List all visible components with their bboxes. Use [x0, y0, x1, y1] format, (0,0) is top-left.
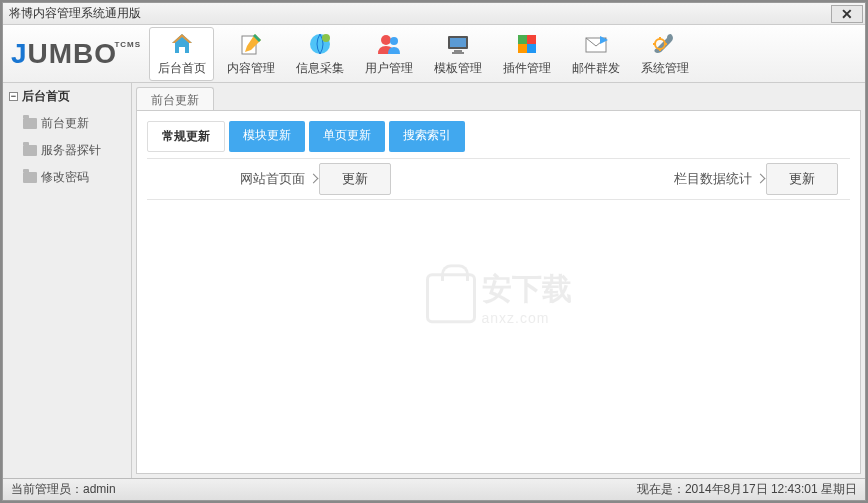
sidebar-item-change-password[interactable]: 修改密码 [3, 164, 131, 191]
close-button[interactable]: ✕ [831, 5, 863, 23]
field-label-homepage: 网站首页面 [159, 170, 319, 188]
subtab-label: 模块更新 [243, 128, 291, 142]
app-window: 将博内容管理系统通用版 ✕ JUMBOTCMS 后台首页 内容管理 信息采集 用… [2, 2, 866, 501]
svg-rect-10 [527, 35, 536, 44]
form-cell: 网站首页面 更新 [147, 163, 403, 195]
watermark-text: 安下载 anxz.com [482, 269, 572, 326]
subtab-module-update[interactable]: 模块更新 [229, 121, 305, 152]
puzzle-icon [513, 30, 541, 58]
users-icon [375, 30, 403, 58]
toolbar-label: 用户管理 [365, 60, 413, 77]
edit-icon [237, 30, 265, 58]
svg-rect-11 [518, 44, 527, 53]
svg-point-2 [322, 34, 330, 42]
folder-icon [23, 145, 37, 156]
svg-point-4 [390, 37, 398, 45]
status-datetime: 现在是：2014年8月17日 12:43:01 星期日 [637, 481, 857, 498]
toolbar-label: 系统管理 [641, 60, 689, 77]
watermark-sub: anxz.com [482, 310, 572, 326]
mail-icon [582, 30, 610, 58]
toolbar-label: 内容管理 [227, 60, 275, 77]
subtabs: 常规更新 模块更新 单页更新 搜索索引 [137, 111, 860, 158]
sidebar-item-server-probe[interactable]: 服务器探针 [3, 137, 131, 164]
subtab-search-index[interactable]: 搜索索引 [389, 121, 465, 152]
form-row: 网站首页面 更新 栏目数据统计 更新 [147, 158, 850, 200]
home-icon [168, 30, 196, 58]
sidebar-root[interactable]: − 后台首页 [3, 83, 131, 110]
toolbar-content[interactable]: 内容管理 [218, 27, 283, 81]
sidebar-item-label: 服务器探针 [41, 142, 101, 159]
svg-rect-9 [518, 35, 527, 44]
logo-letter-j: J [11, 38, 28, 69]
toolbar-label: 邮件群发 [572, 60, 620, 77]
toolbar-home[interactable]: 后台首页 [149, 27, 214, 81]
sidebar-root-label: 后台首页 [22, 88, 70, 105]
sidebar-item-frontend-update[interactable]: 前台更新 [3, 110, 131, 137]
tab-strip: 前台更新 [136, 87, 861, 110]
toolbar-plugin[interactable]: 插件管理 [494, 27, 559, 81]
button-label: 更新 [342, 171, 368, 186]
body: − 后台首页 前台更新 服务器探针 修改密码 前台更新 常规更新 [3, 83, 865, 478]
statusbar: 当前管理员：admin 现在是：2014年8月17日 12:43:01 星期日 [3, 478, 865, 500]
watermark: 安下载 anxz.com [426, 269, 572, 326]
toolbar-label: 信息采集 [296, 60, 344, 77]
update-stats-button[interactable]: 更新 [766, 163, 838, 195]
field-label-column-stats: 栏目数据统计 [606, 170, 766, 188]
toolbar: JUMBOTCMS 后台首页 内容管理 信息采集 用户管理 模板管理 插件管理 [3, 25, 865, 83]
folder-icon [23, 118, 37, 129]
toolbar-label: 模板管理 [434, 60, 482, 77]
sidebar-item-label: 前台更新 [41, 115, 89, 132]
svg-rect-6 [450, 38, 466, 47]
svg-rect-8 [452, 52, 464, 54]
svg-rect-12 [527, 44, 536, 53]
toolbar-label: 后台首页 [158, 60, 206, 77]
globe-icon [306, 30, 334, 58]
sidebar: − 后台首页 前台更新 服务器探针 修改密码 [3, 83, 132, 478]
main: 前台更新 常规更新 模块更新 单页更新 搜索索引 网站首页面 更新 栏目数据统 [132, 83, 865, 478]
sidebar-item-label: 修改密码 [41, 169, 89, 186]
button-label: 更新 [789, 171, 815, 186]
subtab-general-update[interactable]: 常规更新 [147, 121, 225, 152]
toolbar-template[interactable]: 模板管理 [425, 27, 490, 81]
close-icon: ✕ [841, 6, 853, 22]
subtab-label: 常规更新 [162, 129, 210, 143]
svg-rect-7 [454, 50, 462, 52]
watermark-main: 安下载 [482, 269, 572, 310]
toolbar-user[interactable]: 用户管理 [356, 27, 421, 81]
bag-icon [426, 273, 476, 323]
subtab-single-page-update[interactable]: 单页更新 [309, 121, 385, 152]
logo-rest: UMBO [28, 38, 118, 69]
wrench-icon [651, 30, 679, 58]
collapse-icon: − [9, 92, 18, 101]
window-title: 将博内容管理系统通用版 [9, 5, 141, 22]
folder-icon [23, 172, 37, 183]
subtab-label: 搜索索引 [403, 128, 451, 142]
toolbar-collect[interactable]: 信息采集 [287, 27, 352, 81]
status-admin: 当前管理员：admin [11, 481, 116, 498]
monitor-icon [444, 30, 472, 58]
content-panel: 常规更新 模块更新 单页更新 搜索索引 网站首页面 更新 栏目数据统计 更新 [136, 110, 861, 474]
form-cell: 栏目数据统计 更新 [594, 163, 850, 195]
svg-point-3 [381, 35, 391, 45]
toolbar-mail[interactable]: 邮件群发 [563, 27, 628, 81]
logo-superscript: TCMS [114, 40, 141, 49]
toolbar-system[interactable]: 系统管理 [632, 27, 697, 81]
titlebar: 将博内容管理系统通用版 ✕ [3, 3, 865, 25]
logo: JUMBOTCMS [11, 38, 117, 70]
tab-label: 前台更新 [151, 93, 199, 107]
tab-frontend-update[interactable]: 前台更新 [136, 87, 214, 110]
subtab-label: 单页更新 [323, 128, 371, 142]
update-homepage-button[interactable]: 更新 [319, 163, 391, 195]
toolbar-label: 插件管理 [503, 60, 551, 77]
